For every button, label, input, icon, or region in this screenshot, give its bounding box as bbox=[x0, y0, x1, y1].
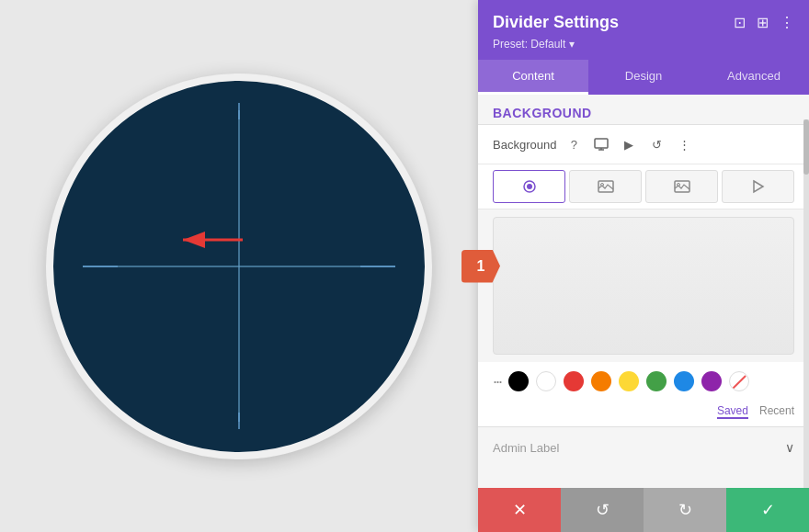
scroll-thumb[interactable] bbox=[803, 119, 809, 175]
tick-left bbox=[83, 266, 118, 267]
step-badge: 1 bbox=[461, 250, 500, 283]
admin-label-text: Admin Label bbox=[493, 441, 559, 455]
swatch-green[interactable] bbox=[646, 371, 667, 391]
bg-label: Background bbox=[493, 138, 556, 152]
tick-top bbox=[238, 103, 240, 119]
panel-header-icons: ⊡ ⊞ ⋮ bbox=[734, 14, 794, 31]
redo-button[interactable]: ↻ bbox=[644, 488, 726, 532]
admin-label-row[interactable]: Admin Label ∨ bbox=[478, 426, 809, 468]
bg-type-video[interactable] bbox=[722, 170, 794, 203]
badge-number: 1 bbox=[477, 258, 485, 275]
bg-desktop-icon[interactable] bbox=[591, 134, 611, 154]
swatch-orange[interactable] bbox=[591, 371, 611, 391]
more-icon[interactable]: ⋮ bbox=[780, 14, 794, 31]
responsive-icon[interactable]: ⊡ bbox=[734, 14, 746, 31]
bg-type-tabs bbox=[478, 164, 809, 209]
preset-arrow: ▾ bbox=[569, 38, 575, 51]
bg-cursor-icon[interactable]: ▶ bbox=[619, 134, 639, 154]
swatch-purple[interactable] bbox=[701, 371, 722, 391]
panel-preset[interactable]: Preset: Default ▾ bbox=[493, 38, 794, 51]
preset-label: Preset: Default bbox=[493, 38, 565, 51]
settings-panel: Divider Settings ⊡ ⊞ ⋮ Preset: Default ▾… bbox=[478, 0, 809, 532]
color-swatches-row: ··· bbox=[478, 362, 809, 401]
section-background-header: Background bbox=[478, 95, 809, 125]
swatch-white[interactable] bbox=[536, 371, 556, 391]
tab-design[interactable]: Design bbox=[588, 60, 699, 95]
save-button[interactable]: ✓ bbox=[726, 488, 809, 532]
panel-header: Divider Settings ⊡ ⊞ ⋮ Preset: Default ▾ bbox=[478, 0, 809, 60]
bg-help-icon[interactable]: ? bbox=[564, 134, 584, 154]
bg-type-video-thumb[interactable] bbox=[645, 170, 718, 203]
scroll-indicator bbox=[803, 119, 809, 488]
tab-content[interactable]: Content bbox=[478, 60, 588, 95]
chevron-down-icon: ∨ bbox=[785, 440, 794, 455]
more-colors-button[interactable]: ··· bbox=[493, 372, 501, 391]
bg-type-image[interactable] bbox=[569, 170, 642, 203]
bg-type-color[interactable] bbox=[493, 170, 565, 203]
bg-reset-icon[interactable]: ↺ bbox=[646, 134, 667, 154]
panel-header-top: Divider Settings ⊡ ⊞ ⋮ bbox=[493, 13, 794, 32]
svg-rect-2 bbox=[595, 139, 608, 148]
bg-controls-row: Background ? ▶ ↺ ⋮ bbox=[478, 125, 809, 164]
panel-bottom: ✕ ↺ ↻ ✓ bbox=[478, 488, 809, 532]
saved-tab[interactable]: Saved bbox=[717, 404, 748, 419]
canvas-area: 1 bbox=[0, 0, 478, 532]
saved-recent-row: Saved Recent bbox=[478, 401, 809, 426]
swatch-blue[interactable] bbox=[674, 371, 694, 391]
swatch-transparent[interactable] bbox=[729, 371, 749, 391]
tick-bottom bbox=[238, 413, 240, 429]
divider-preview bbox=[46, 74, 432, 459]
color-picker-area[interactable] bbox=[493, 217, 794, 355]
cancel-button[interactable]: ✕ bbox=[478, 488, 561, 532]
svg-point-6 bbox=[527, 184, 532, 189]
recent-tab[interactable]: Recent bbox=[759, 404, 794, 419]
tab-advanced[interactable]: Advanced bbox=[699, 60, 809, 95]
bg-more-icon[interactable]: ⋮ bbox=[674, 134, 694, 154]
red-arrow bbox=[165, 221, 256, 267]
tick-right bbox=[360, 266, 395, 267]
reset-button[interactable]: ↺ bbox=[561, 488, 644, 532]
grid-icon[interactable]: ⊞ bbox=[757, 14, 769, 31]
swatch-black[interactable] bbox=[508, 371, 529, 391]
swatch-red[interactable] bbox=[564, 371, 584, 391]
swatch-yellow[interactable] bbox=[619, 371, 639, 391]
panel-body: Background Background ? ▶ ↺ ⋮ bbox=[478, 95, 809, 488]
panel-title: Divider Settings bbox=[493, 13, 619, 32]
panel-tabs: Content Design Advanced bbox=[478, 60, 809, 95]
svg-marker-11 bbox=[754, 181, 763, 192]
